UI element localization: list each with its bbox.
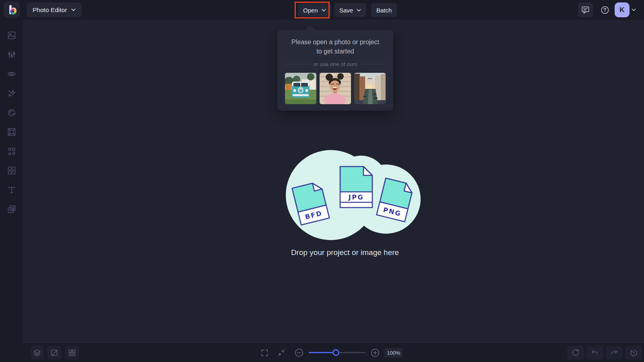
bottombar: 100% [23, 343, 644, 362]
avatar-initial: K [619, 6, 624, 14]
minus-circle-icon [294, 348, 304, 358]
shapes-icon [7, 146, 17, 156]
workspace-label: Photo Editor [33, 6, 67, 14]
grid-icon [68, 348, 76, 357]
camper-van-image [285, 73, 316, 104]
chevron-down-icon [632, 8, 636, 11]
refresh-icon [571, 348, 580, 357]
chevron-down-icon [357, 9, 361, 12]
sidebar-item-text[interactable] [4, 182, 20, 198]
zoom-slider[interactable] [309, 352, 365, 353]
user-avatar[interactable]: K [615, 2, 630, 17]
svg-text:JPG: JPG [348, 193, 364, 201]
jpg-file-icon: JPG [340, 167, 372, 208]
eye-icon [7, 69, 17, 79]
portrait-image [320, 73, 351, 104]
sidebar-item-textures[interactable] [4, 201, 20, 217]
redo-icon [610, 348, 619, 357]
open-hint-popover: Please open a photo or project to get st… [277, 30, 393, 111]
fullscreen-icon [260, 348, 269, 358]
feedback-button[interactable] [578, 2, 593, 17]
layers-icon [33, 348, 41, 357]
tools-sidebar [0, 20, 23, 362]
history-button[interactable] [625, 346, 642, 360]
overlay-icon [7, 166, 17, 175]
open-button[interactable]: Open [298, 3, 331, 17]
textures-icon [7, 204, 17, 214]
templates-button[interactable] [65, 346, 79, 360]
popover-divider: or use one of ours [284, 61, 387, 67]
app-logo[interactable]: b [4, 2, 20, 18]
redo-button[interactable] [606, 346, 623, 360]
photo-icon [7, 31, 17, 40]
sidebar-item-artsy[interactable] [4, 105, 20, 121]
file-types-illustration: BFD JPG PNG [285, 148, 421, 244]
sidebar-item-edit[interactable] [4, 27, 20, 43]
workspace-switcher[interactable]: Photo Editor [27, 2, 82, 17]
sidebar-item-graphics[interactable] [4, 143, 20, 159]
account-menu-chevron[interactable] [632, 8, 636, 11]
chevron-down-icon [71, 8, 76, 11]
zoom-out-button[interactable] [293, 346, 305, 360]
palette-icon [7, 108, 17, 117]
svg-text:?: ? [603, 7, 606, 13]
popover-arrow [305, 25, 315, 30]
open-button-label: Open [303, 7, 318, 14]
plus-circle-icon [370, 348, 380, 358]
frame-icon [7, 127, 17, 137]
history-icon [629, 348, 638, 357]
batch-button-label: Batch [376, 7, 392, 14]
sample-camper-van-thumbnail[interactable] [285, 73, 316, 104]
fullscreen-button[interactable] [257, 346, 272, 360]
layers-button[interactable] [30, 346, 44, 360]
fit-screen-icon [277, 348, 286, 357]
batch-button[interactable]: Batch [371, 3, 397, 17]
undo-icon [590, 348, 599, 357]
sidebar-item-effects[interactable] [4, 85, 20, 101]
popover-title: Please open a photo or project to get st… [284, 37, 387, 56]
popover-divider-label: or use one of ours [314, 61, 357, 67]
sample-images-row [284, 73, 387, 104]
save-button[interactable]: Save [334, 3, 366, 17]
canal-image [354, 73, 386, 104]
sidebar-item-touchup[interactable] [4, 66, 20, 82]
adjustments-icon [7, 50, 17, 60]
before-after-button[interactable] [47, 346, 61, 360]
text-icon [7, 185, 17, 195]
zoom-level-display: 100% [384, 348, 403, 358]
sparkles-icon [7, 88, 17, 98]
sidebar-item-adjust[interactable] [4, 47, 20, 63]
comment-icon [581, 5, 590, 14]
sidebar-item-frames[interactable] [4, 124, 20, 140]
chevron-down-icon [322, 9, 326, 12]
logo-color-wheel-icon [10, 8, 16, 14]
sidebar-item-overlays[interactable] [4, 162, 20, 179]
compare-icon [50, 348, 59, 357]
fit-screen-button[interactable] [274, 346, 289, 360]
zoom-slider-fill [309, 352, 336, 353]
save-button-label: Save [339, 7, 353, 14]
reset-button[interactable] [567, 346, 584, 360]
topbar: b Photo Editor Open Save Batch ? K [0, 0, 644, 20]
drop-hint-text: Drop your project or image here [46, 248, 644, 257]
help-button[interactable]: ? [597, 2, 612, 17]
help-icon: ? [600, 5, 610, 15]
sample-canal-thumbnail[interactable] [354, 73, 386, 104]
zoom-slider-thumb[interactable] [332, 349, 339, 356]
undo-button[interactable] [586, 346, 603, 360]
photo-editor-app: { "topbar": { "logo_letter": "b", "works… [0, 0, 644, 362]
zoom-in-button[interactable] [369, 346, 382, 360]
sample-portrait-thumbnail[interactable] [320, 73, 351, 104]
